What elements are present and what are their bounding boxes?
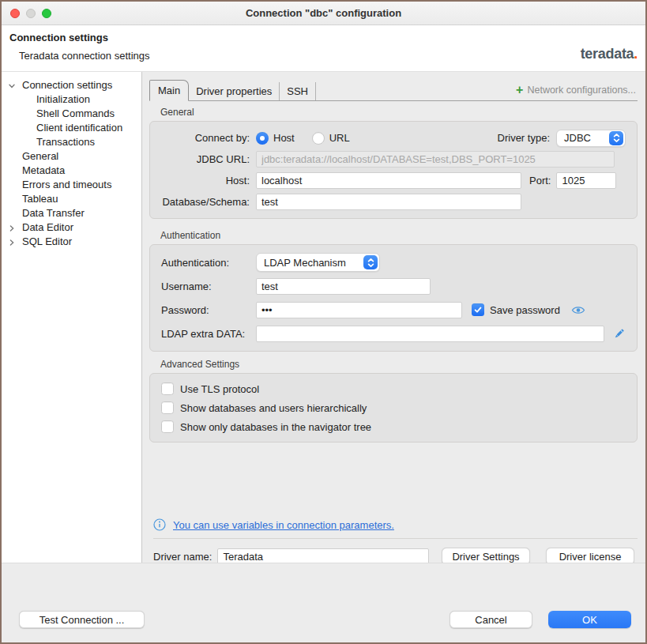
password-input[interactable]	[256, 302, 462, 318]
title-bar: Connection "dbc" configuration	[2, 2, 645, 25]
driver-type-label: Driver type:	[498, 132, 550, 144]
save-password-checkbox[interactable]	[472, 303, 484, 316]
authentication-section-label: Authentication	[160, 230, 638, 241]
chevron-down-icon[interactable]	[8, 81, 16, 92]
host-label: Host:	[161, 175, 250, 186]
tree-item-metadata[interactable]: Metadata	[2, 163, 141, 177]
main-panel: Main Driver properties SSH + Network con…	[142, 72, 645, 563]
test-connection-button[interactable]: Test Connection ...	[19, 611, 145, 628]
show-hierarchically-label: Show databases and users hierarchically	[180, 402, 367, 414]
tree-item-shell-commands[interactable]: Shell Commands	[2, 106, 141, 120]
divider	[153, 538, 638, 539]
tree-item-initialization[interactable]: Initialization	[2, 92, 141, 106]
show-hierarchically-checkbox[interactable]	[161, 401, 174, 414]
info-icon	[153, 518, 166, 531]
network-configurations-link[interactable]: + Network configurations...	[516, 85, 638, 100]
use-tls-checkbox[interactable]	[161, 382, 174, 395]
tree-item-general[interactable]: General	[2, 149, 141, 163]
tree-item-connection-settings[interactable]: Connection settings	[2, 77, 141, 92]
driver-type-select[interactable]: JDBC	[556, 130, 626, 147]
username-label: Username:	[161, 281, 250, 292]
stepper-icon	[609, 131, 623, 145]
tree-item-tableau[interactable]: Tableau	[2, 191, 141, 205]
tab-ssh[interactable]: SSH	[280, 82, 316, 100]
database-schema-input[interactable]	[256, 194, 521, 210]
chevron-right-icon[interactable]	[8, 223, 16, 235]
database-schema-label: Database/Schema:	[161, 196, 250, 208]
driver-name-label: Driver name:	[153, 551, 212, 563]
authentication-label: Authentication:	[161, 257, 250, 269]
general-section-label: General	[160, 107, 638, 118]
save-password-label: Save password	[490, 304, 560, 316]
edit-pencil-icon[interactable]	[612, 327, 626, 341]
tab-main[interactable]: Main	[149, 80, 189, 101]
variables-help-link[interactable]: You can use variables in connection para…	[173, 519, 394, 531]
tree-item-data-editor[interactable]: Data Editor	[2, 220, 141, 234]
port-label: Port:	[529, 175, 551, 186]
host-radio[interactable]: Host	[256, 132, 295, 145]
general-group: Connect by: Host URL Driver type: JDBC	[149, 121, 638, 219]
tree-item-sql-editor[interactable]: SQL Editor	[2, 234, 141, 248]
ldap-extra-data-input[interactable]	[256, 326, 604, 342]
radio-unselected-icon[interactable]	[312, 132, 325, 145]
page-title: Connection settings	[9, 32, 108, 43]
dialog-footer: Test Connection ... Cancel OK	[2, 563, 645, 642]
advanced-settings-section-label: Advanced Settings	[160, 359, 638, 370]
host-input[interactable]	[256, 172, 521, 189]
show-password-eye-icon[interactable]	[571, 305, 585, 315]
tab-bar: Main Driver properties SSH + Network con…	[149, 80, 638, 101]
tree-item-errors-and-timeouts[interactable]: Errors and timeouts	[2, 177, 141, 191]
tree-item-client-identification[interactable]: Client identification	[2, 120, 141, 134]
ok-button[interactable]: OK	[548, 611, 631, 628]
port-input[interactable]	[556, 172, 616, 189]
dialog-header: Connection settings Teradata connection …	[2, 25, 645, 72]
plus-icon: +	[516, 86, 523, 94]
connection-configuration-dialog: Connection "dbc" configuration Connectio…	[0, 0, 647, 644]
authentication-group: Authentication: LDAP Mechanism Username:…	[149, 244, 638, 352]
jdbc-url-field	[256, 151, 615, 168]
chevron-right-icon[interactable]	[8, 237, 16, 249]
password-label: Password:	[161, 304, 250, 316]
stepper-icon	[363, 255, 378, 269]
tree-item-data-transfer[interactable]: Data Transfer	[2, 205, 141, 220]
jdbc-url-label: JDBC URL:	[161, 153, 250, 165]
url-radio[interactable]: URL	[312, 132, 350, 145]
radio-selected-icon[interactable]	[256, 132, 269, 145]
username-input[interactable]	[256, 278, 431, 295]
show-only-databases-label: Show only databases in the navigator tre…	[180, 421, 371, 433]
window-title: Connection "dbc" configuration	[2, 7, 645, 19]
settings-tree: Connection settings Initialization Shell…	[2, 72, 142, 563]
connect-by-label: Connect by:	[161, 132, 250, 144]
advanced-settings-group: Use TLS protocol Show databases and user…	[149, 373, 638, 443]
tab-driver-properties[interactable]: Driver properties	[189, 82, 280, 100]
use-tls-label: Use TLS protocol	[180, 383, 259, 395]
show-only-databases-checkbox[interactable]	[161, 420, 174, 433]
authentication-select[interactable]: LDAP Mechanism	[256, 253, 380, 272]
ldap-extra-data-label: LDAP extra DATA:	[161, 328, 250, 340]
cancel-button[interactable]: Cancel	[450, 611, 532, 628]
teradata-logo: teradata.	[581, 46, 638, 62]
page-subtitle: Teradata connection settings	[19, 50, 150, 62]
tree-item-transactions[interactable]: Transactions	[2, 134, 141, 149]
